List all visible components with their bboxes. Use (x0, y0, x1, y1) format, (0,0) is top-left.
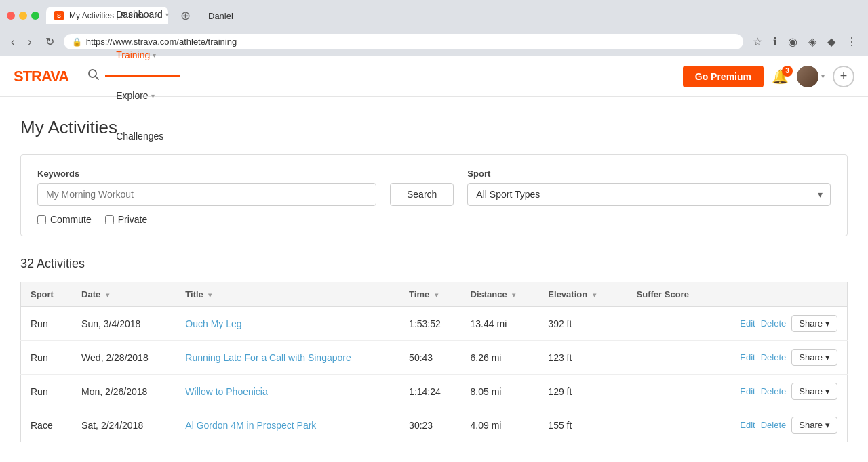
header-row: Sport Date ▾ Title ▾ Time ▾ Distance ▾ (21, 282, 848, 307)
cell-actions: Edit Delete Share ▾ (706, 307, 848, 341)
cell-actions: Edit Delete Share ▾ (706, 375, 848, 408)
cell-actions: Edit Delete Share ▾ (706, 408, 848, 442)
filter-box: Keywords Search Sport All Sport Types Co… (20, 154, 848, 236)
browser-actions: ☆ ℹ ◉ ◈ ◆ ⋮ (749, 33, 861, 51)
private-label: Private (118, 214, 148, 225)
strava-logo[interactable]: STRAVA (14, 68, 68, 85)
extension-icon[interactable]: ◉ (784, 33, 802, 51)
activity-link[interactable]: Ouch My Leg (185, 318, 241, 329)
cell-elevation: 123 ft (538, 341, 619, 375)
edit-button[interactable]: Edit (740, 420, 755, 430)
col-distance[interactable]: Distance ▾ (461, 282, 539, 307)
edit-button[interactable]: Edit (740, 386, 755, 396)
nav-explore[interactable]: Explore ▾ (105, 77, 180, 117)
keywords-input[interactable] (37, 183, 376, 206)
avatar (797, 66, 818, 87)
extension2-icon[interactable]: ◈ (804, 33, 821, 51)
cell-time: 1:53:52 (399, 307, 460, 341)
maximize-dot[interactable] (31, 12, 39, 20)
delete-button[interactable]: Delete (761, 386, 787, 396)
private-checkbox-label[interactable]: Private (105, 214, 148, 225)
cell-distance: 4.09 mi (461, 408, 539, 442)
minimize-dot[interactable] (19, 12, 27, 20)
window-controls (7, 12, 39, 20)
notification-badge: 3 (782, 66, 793, 77)
table-header: Sport Date ▾ Title ▾ Time ▾ Distance ▾ (21, 282, 848, 307)
share-button[interactable]: Share ▾ (791, 383, 837, 400)
tab-favicon: S (54, 11, 64, 20)
activity-link[interactable]: Running Late For a Call with Singapore (185, 352, 351, 363)
activities-count: 32 Activities (20, 257, 848, 271)
col-elevation[interactable]: Elevation ▾ (538, 282, 619, 307)
filter-checkboxes: Commute Private (37, 214, 831, 225)
keywords-label: Keywords (37, 169, 376, 179)
keywords-group: Keywords (37, 169, 376, 206)
notifications-button[interactable]: 🔔 3 (772, 68, 789, 85)
share-chevron-icon: ▾ (825, 318, 830, 329)
cell-time: 50:43 (399, 341, 460, 375)
col-title[interactable]: Title ▾ (176, 282, 399, 307)
cell-date: Wed, 2/28/2018 (72, 341, 176, 375)
cell-suffer-score (619, 307, 705, 341)
share-button[interactable]: Share ▾ (791, 349, 837, 366)
forward-button[interactable]: › (24, 33, 35, 51)
go-premium-button[interactable]: Go Premium (683, 66, 764, 87)
commute-checkbox-label[interactable]: Commute (37, 214, 92, 225)
table-row: Run Sun, 3/4/2018 Ouch My Leg 1:53:52 13… (21, 307, 848, 341)
cell-sport: Run (21, 307, 73, 341)
edit-button[interactable]: Edit (740, 352, 755, 362)
cell-suffer-score (619, 341, 705, 375)
private-checkbox[interactable] (105, 215, 114, 224)
cell-elevation: 392 ft (538, 307, 619, 341)
cell-title: Willow to Phoenicia (176, 375, 399, 408)
search-button[interactable] (82, 63, 105, 89)
profile-button[interactable]: ▾ (797, 66, 825, 87)
commute-checkbox[interactable] (37, 215, 46, 224)
menu-icon[interactable]: ⋮ (842, 33, 861, 51)
edit-button[interactable]: Edit (740, 318, 755, 329)
lock-icon: 🔒 (72, 37, 82, 47)
header-right: Go Premium 🔔 3 ▾ + (683, 66, 854, 87)
nav-training[interactable]: Training ▾ (105, 36, 180, 77)
add-activity-button[interactable]: + (833, 66, 854, 87)
extension3-icon[interactable]: ◆ (823, 33, 840, 51)
nav-dashboard[interactable]: Dashboard ▾ (105, 0, 180, 36)
delete-button[interactable]: Delete (761, 352, 787, 362)
col-date[interactable]: Date ▾ (72, 282, 176, 307)
filter-row: Keywords Search Sport All Sport Types (37, 169, 831, 206)
avatar-image (797, 66, 818, 87)
share-button[interactable]: Share ▾ (791, 417, 837, 434)
cell-distance: 8.05 mi (461, 375, 539, 408)
back-button[interactable]: ‹ (7, 33, 18, 51)
sport-group: Sport All Sport Types (467, 169, 831, 206)
cell-date: Mon, 2/26/2018 (72, 375, 176, 408)
col-actions (706, 282, 848, 307)
cell-title: Running Late For a Call with Singapore (176, 341, 399, 375)
col-time[interactable]: Time ▾ (399, 282, 460, 307)
search-button[interactable]: Search (390, 183, 454, 206)
share-chevron-icon: ▾ (825, 386, 830, 396)
time-sort-icon: ▾ (435, 291, 438, 299)
share-chevron-icon: ▾ (825, 352, 830, 362)
col-sport: Sport (21, 282, 73, 307)
info-icon[interactable]: ℹ (769, 33, 781, 51)
elevation-sort-icon: ▾ (593, 291, 596, 299)
delete-button[interactable]: Delete (761, 420, 787, 430)
delete-button[interactable]: Delete (761, 318, 787, 329)
sport-select[interactable]: All Sport Types (467, 183, 831, 206)
activity-link[interactable]: Al Gordon 4M in Prospect Park (185, 420, 316, 431)
share-chevron-icon: ▾ (825, 420, 830, 430)
refresh-button[interactable]: ↻ (41, 33, 58, 51)
cell-suffer-score (619, 408, 705, 442)
table-row: Run Wed, 2/28/2018 Running Late For a Ca… (21, 341, 848, 375)
cell-elevation: 129 ft (538, 375, 619, 408)
cell-time: 1:14:24 (399, 375, 460, 408)
app-header: STRAVA Dashboard ▾ Training ▾ Explore ▾ … (0, 56, 868, 97)
bookmark-icon[interactable]: ☆ (749, 33, 766, 51)
share-button[interactable]: Share ▾ (791, 315, 837, 332)
cell-suffer-score (619, 375, 705, 408)
activity-link[interactable]: Willow to Phoenicia (185, 386, 267, 397)
close-dot[interactable] (7, 12, 15, 20)
title-sort-icon: ▾ (208, 291, 212, 299)
sport-label: Sport (467, 169, 831, 179)
